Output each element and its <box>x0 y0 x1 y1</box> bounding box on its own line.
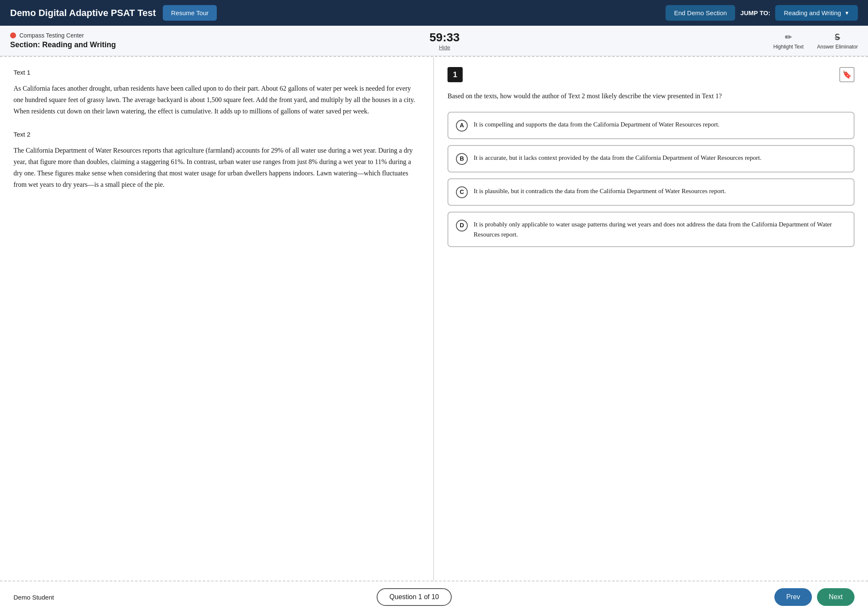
section-header: Compass Testing Center Section: Reading … <box>0 26 868 56</box>
answer-choice-b[interactable]: B It is accurate, but it lacks context p… <box>447 145 855 172</box>
bookmark-button[interactable]: 🔖 <box>839 67 855 82</box>
text2-body: The California Department of Water Resou… <box>13 145 420 191</box>
highlight-text-label: Highlight Text <box>773 44 803 50</box>
text2-label: Text 2 <box>13 131 420 138</box>
answer-eliminator-label: Answer Eliminator <box>817 44 858 50</box>
footer-nav-buttons: Prev Next <box>774 588 855 606</box>
timer-area: 59:33 Hide <box>429 31 460 51</box>
answer-choices: A It is compelling and supports the data… <box>447 112 855 247</box>
text1-label: Text 1 <box>13 69 420 76</box>
main-content: Text 1 As California faces another droug… <box>0 57 868 581</box>
choice-text-d: It is probably only applicable to water … <box>474 219 846 239</box>
question-header: 1 🔖 <box>447 67 855 82</box>
next-button[interactable]: Next <box>817 588 855 606</box>
app-title: Demo Digital Adaptive PSAT Test <box>10 8 156 19</box>
question-counter-badge: Question 1 of 10 <box>377 588 451 606</box>
toolbar-right: ✏ Highlight Text S̶ Answer Eliminator <box>773 32 858 50</box>
jump-to-button[interactable]: Reading and Writing ▼ <box>775 5 858 21</box>
question-panel: 1 🔖 Based on the texts, how would the au… <box>434 57 868 581</box>
answer-eliminator-button[interactable]: S̶ Answer Eliminator <box>817 32 858 50</box>
student-name: Demo Student <box>13 594 54 601</box>
bookmark-icon: 🔖 <box>842 70 852 79</box>
text1-body: As California faces another drought, urb… <box>13 83 420 117</box>
top-nav-left: Demo Digital Adaptive PSAT Test Resume T… <box>10 5 217 21</box>
section-title: Section: Reading and Writing <box>10 40 116 49</box>
choice-letter-a: A <box>456 120 468 132</box>
passage-panel: Text 1 As California faces another droug… <box>0 57 434 581</box>
answer-choice-c[interactable]: C It is plausible, but it contradicts th… <box>447 178 855 206</box>
choice-letter-c: C <box>456 186 468 198</box>
pencil-icon: ✏ <box>785 32 792 42</box>
jump-to-label: JUMP TO: <box>740 9 770 16</box>
choice-letter-b: B <box>456 153 468 165</box>
timer-value: 59:33 <box>429 31 460 44</box>
jump-to-option-label: Reading and Writing <box>784 9 841 16</box>
hide-timer-button[interactable]: Hide <box>429 44 460 51</box>
section-info: Compass Testing Center Section: Reading … <box>10 32 116 49</box>
prev-button[interactable]: Prev <box>774 588 812 606</box>
highlight-text-button[interactable]: ✏ Highlight Text <box>773 32 803 50</box>
choice-text-a: It is compelling and supports the data f… <box>474 119 720 129</box>
strikethrough-icon: S̶ <box>835 32 840 42</box>
choice-text-b: It is accurate, but it lacks context pro… <box>474 153 761 163</box>
question-number-badge: 1 <box>447 67 463 82</box>
question-text: Based on the texts, how would the author… <box>447 91 855 102</box>
top-navigation: Demo Digital Adaptive PSAT Test Resume T… <box>0 0 868 26</box>
chevron-down-icon: ▼ <box>844 10 849 16</box>
choice-letter-d: D <box>456 220 468 231</box>
top-nav-right: End Demo Section JUMP TO: Reading and Wr… <box>666 5 858 21</box>
resume-tour-button[interactable]: Resume Tour <box>163 5 217 21</box>
org-label: Compass Testing Center <box>10 32 116 39</box>
org-dot-icon <box>10 32 16 38</box>
org-name: Compass Testing Center <box>19 32 84 39</box>
answer-choice-d[interactable]: D It is probably only applicable to wate… <box>447 212 855 247</box>
end-demo-button[interactable]: End Demo Section <box>666 5 735 21</box>
footer-nav: Demo Student Question 1 of 10 Prev Next <box>0 581 868 608</box>
choice-text-c: It is plausible, but it contradicts the … <box>474 186 726 196</box>
answer-choice-a[interactable]: A It is compelling and supports the data… <box>447 112 855 139</box>
